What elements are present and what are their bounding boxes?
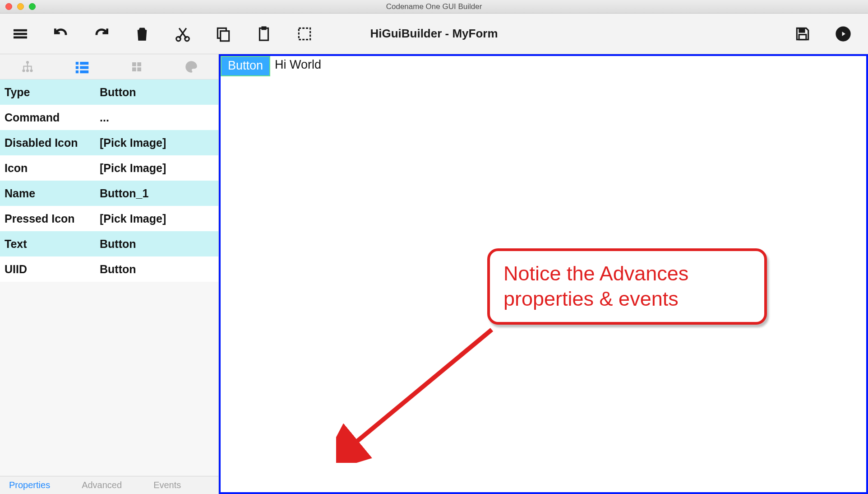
palette-icon: [184, 59, 199, 75]
svg-rect-16: [75, 70, 78, 73]
hamburger-icon: [12, 25, 29, 42]
redo-icon: [93, 25, 110, 42]
svg-rect-20: [132, 62, 136, 66]
svg-rect-21: [137, 62, 141, 66]
save-icon: [794, 25, 811, 42]
property-key: Name: [0, 187, 97, 200]
form-title: HiGuiBuilder - MyForm: [370, 27, 498, 41]
svg-point-11: [22, 69, 25, 72]
grid-icon: [130, 60, 143, 74]
svg-rect-5: [262, 27, 266, 29]
marquee-icon: [296, 25, 313, 42]
window-controls: [5, 3, 36, 10]
property-value[interactable]: [Pick Image]: [97, 212, 218, 225]
tab-advanced[interactable]: Advanced: [82, 480, 122, 490]
select-all-button[interactable]: [284, 14, 325, 54]
run-button[interactable]: [823, 14, 863, 54]
trash-icon: [134, 25, 151, 42]
undo-icon: [52, 25, 69, 42]
play-icon: [835, 25, 852, 42]
svg-rect-7: [799, 28, 805, 33]
property-row-disabled-icon[interactable]: Disabled Icon [Pick Image]: [0, 130, 218, 155]
property-row-command[interactable]: Command ...: [0, 105, 218, 130]
annotation-line2: properties & events: [503, 286, 751, 312]
delete-button[interactable]: [122, 14, 162, 54]
close-window-button[interactable]: [5, 3, 12, 10]
property-key: Text: [0, 238, 97, 251]
save-button[interactable]: [782, 14, 823, 54]
theme-view-tab[interactable]: [181, 56, 201, 77]
property-value[interactable]: [Pick Image]: [97, 162, 218, 175]
property-key: Disabled Icon: [0, 136, 97, 149]
tab-properties[interactable]: Properties: [9, 480, 50, 490]
property-key: UIID: [0, 263, 97, 276]
scissors-icon: [174, 25, 191, 42]
property-row-text[interactable]: Text Button: [0, 231, 218, 256]
list-view-tab[interactable]: [72, 56, 92, 77]
clipboard-icon: [255, 25, 272, 42]
svg-rect-8: [799, 34, 806, 39]
grid-view-tab[interactable]: [126, 56, 147, 77]
design-canvas[interactable]: Button Hi World Notice the Advances prop…: [219, 54, 868, 494]
svg-rect-6: [299, 28, 310, 39]
selected-component-outline: Button: [221, 56, 270, 76]
property-key: Type: [0, 86, 97, 99]
undo-button[interactable]: [41, 14, 81, 54]
property-value[interactable]: ...: [97, 111, 218, 124]
paste-button[interactable]: [244, 14, 284, 54]
button-widget[interactable]: Button: [222, 57, 269, 75]
property-value[interactable]: Button: [97, 86, 218, 99]
svg-rect-15: [75, 66, 78, 69]
svg-rect-23: [137, 67, 141, 71]
cut-button[interactable]: [162, 14, 203, 54]
property-row-icon[interactable]: Icon [Pick Image]: [0, 155, 218, 181]
sidebar: Type Button Command ... Disabled Icon [P…: [0, 54, 219, 494]
annotation-callout: Notice the Advances properties & events: [487, 248, 767, 325]
svg-rect-18: [80, 66, 88, 69]
copy-icon: [215, 25, 232, 42]
tree-icon: [20, 59, 35, 75]
svg-rect-3: [221, 31, 229, 41]
sidebar-bottom-tabs: Properties Advanced Events: [0, 476, 218, 494]
svg-point-13: [30, 69, 32, 72]
sidebar-view-tabs: [0, 54, 218, 79]
svg-rect-22: [132, 67, 136, 71]
minimize-window-button[interactable]: [17, 3, 24, 10]
svg-rect-19: [80, 70, 88, 73]
property-row-pressed-icon[interactable]: Pressed Icon [Pick Image]: [0, 206, 218, 231]
tab-events[interactable]: Events: [153, 480, 181, 490]
svg-point-10: [26, 61, 28, 63]
tree-view-tab[interactable]: [17, 56, 37, 77]
window-title: Codename One GUI Builder: [386, 2, 482, 11]
main-toolbar: HiGuiBuilder - MyForm: [0, 14, 868, 54]
property-value[interactable]: Button: [97, 263, 218, 276]
property-value[interactable]: Button: [97, 238, 218, 251]
label-widget[interactable]: Hi World: [270, 56, 326, 75]
property-row-type[interactable]: Type Button: [0, 79, 218, 105]
annotation-line1: Notice the Advances: [503, 261, 751, 286]
property-row-uiid[interactable]: UIID Button: [0, 256, 218, 282]
redo-button[interactable]: [81, 14, 122, 54]
svg-rect-17: [80, 61, 88, 64]
list-icon: [74, 58, 91, 75]
copy-button[interactable]: [203, 14, 244, 54]
zoom-window-button[interactable]: [29, 3, 36, 10]
svg-point-1: [185, 37, 189, 41]
property-key: Command: [0, 111, 97, 124]
menu-button[interactable]: [0, 14, 41, 54]
svg-rect-4: [260, 28, 268, 40]
property-key: Icon: [0, 162, 97, 175]
svg-rect-14: [75, 61, 78, 64]
property-value[interactable]: [Pick Image]: [97, 136, 218, 149]
svg-point-0: [176, 37, 181, 41]
window-titlebar: Codename One GUI Builder: [0, 0, 868, 14]
property-key: Pressed Icon: [0, 212, 97, 225]
properties-panel: Type Button Command ... Disabled Icon [P…: [0, 79, 218, 476]
property-row-name[interactable]: Name Button_1: [0, 181, 218, 206]
property-value[interactable]: Button_1: [97, 187, 218, 200]
